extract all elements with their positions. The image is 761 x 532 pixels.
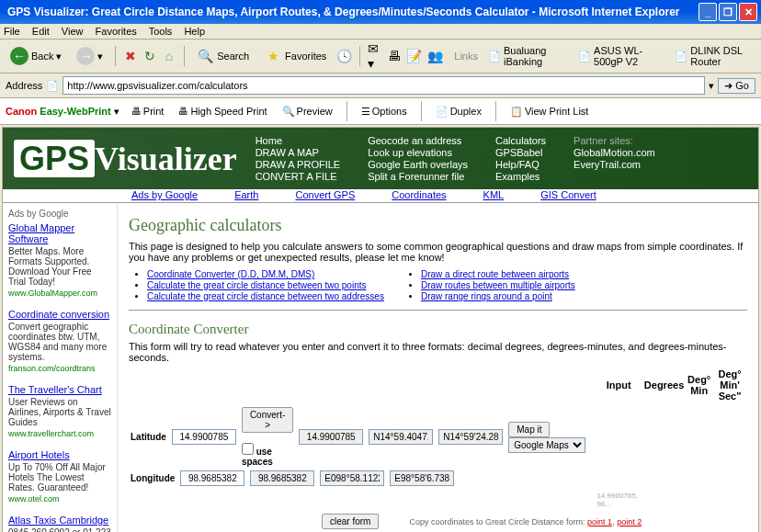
favorites-button[interactable]: ★Favorites <box>259 44 331 68</box>
lat-input[interactable] <box>172 429 236 445</box>
menu-edit[interactable]: Edit <box>32 26 50 37</box>
stop-icon[interactable]: ✖ <box>123 47 137 65</box>
lat-label: Latitude <box>131 432 166 442</box>
link-asus[interactable]: 📄 ASUS WL-500gP V2 <box>574 42 664 70</box>
refresh-icon[interactable]: ↻ <box>142 47 156 65</box>
ad-tabs: Ads by Google Earth Convert GPS Coordina… <box>3 189 758 203</box>
mail-icon[interactable]: ✉ ▾ <box>368 47 381 65</box>
lon-deg-output[interactable] <box>250 470 314 486</box>
search-icon: 🔍 <box>196 47 214 65</box>
address-label: Address <box>6 80 42 91</box>
menu-favorites[interactable]: Favorites <box>96 26 137 37</box>
banner-nav: Home DRAW A MAP DRAW A PROFILE CONVERT A… <box>256 135 655 182</box>
history-icon[interactable]: 🕓 <box>336 47 352 65</box>
canon-hsprint[interactable]: 🖶High Speed Print <box>176 105 269 118</box>
tab-adsbygoogle[interactable]: Ads by Google <box>131 189 198 200</box>
ad-item: Coordinate conversionConvert geographic … <box>8 309 111 373</box>
search-button[interactable]: 🔍Search <box>191 44 254 68</box>
lon-dms-output[interactable] <box>390 470 454 486</box>
maximize-button[interactable]: ❐ <box>719 3 737 21</box>
home-icon[interactable]: ⌂ <box>162 47 176 65</box>
tab-gisconvert[interactable]: GIS Convert <box>540 189 596 200</box>
converter-table: Input Degrees Deg° Min Deg° Min' Sec" La… <box>129 367 747 510</box>
site-banner: GPSVisualizer Home DRAW A MAP DRAW A PRO… <box>3 128 758 189</box>
partner-globalmotion[interactable]: GlobalMotion.com <box>574 147 655 158</box>
nav-geoverlays[interactable]: Google Earth overlays <box>368 159 468 170</box>
page-viewport[interactable]: GPSVisualizer Home DRAW A MAP DRAW A PRO… <box>2 127 759 532</box>
canon-print[interactable]: 🖶Print <box>129 105 167 118</box>
tab-earth[interactable]: Earth <box>234 189 258 200</box>
nav-drawmap[interactable]: DRAW A MAP <box>256 147 341 158</box>
address-input[interactable] <box>62 76 705 95</box>
link-bualuang[interactable]: 📄 Bualuang iBanking <box>483 42 568 70</box>
ad-title[interactable]: Airport Hotels <box>8 449 70 460</box>
address-bar: Address 📄 ▾ ➜ Go <box>0 74 761 98</box>
tab-coordinates[interactable]: Coordinates <box>392 189 446 200</box>
menu-view[interactable]: View <box>62 26 84 37</box>
menu-help[interactable]: Help <box>184 26 205 37</box>
nav-helpfaq[interactable]: Help/FAQ <box>495 159 546 170</box>
content-area: Ads by Google Global Mapper SoftwareBett… <box>3 203 758 532</box>
nav-gpsbabel[interactable]: GPSBabel <box>495 147 546 158</box>
menubar: File Edit View Favorites Tools Help <box>0 24 761 40</box>
page-heading: Geographic calculators <box>129 216 747 235</box>
canon-brand: Canon Easy-WebPrint ▾ <box>6 106 119 118</box>
print-icon[interactable]: 🖶 <box>387 47 401 65</box>
forward-button[interactable]: → ▾ <box>72 44 108 68</box>
close-button[interactable]: ✕ <box>739 3 757 21</box>
edit-icon[interactable]: 📝 <box>406 47 422 65</box>
site-logo: GPSVisualizer <box>14 140 237 178</box>
map-provider-select[interactable]: Google Maps <box>508 437 585 453</box>
tab-convertgps[interactable]: Convert GPS <box>295 189 355 200</box>
canon-options[interactable]: ☰Options <box>358 105 410 119</box>
converter-heading: Coordinate Converter <box>129 322 747 337</box>
convert-button[interactable]: Convert-> <box>242 407 293 433</box>
ad-item: Airport HotelsUp To 70% Off All Major Ho… <box>8 449 111 504</box>
link-range-rings[interactable]: Draw range rings around a point <box>421 291 552 301</box>
menu-file[interactable]: File <box>4 26 20 37</box>
lat-dms-output[interactable] <box>438 429 503 445</box>
nav-calculators[interactable]: Calculators <box>495 135 546 146</box>
messenger-icon[interactable]: 👥 <box>427 47 443 65</box>
ads-header: Ads by Google <box>8 209 111 219</box>
link-gcdist-addr[interactable]: Calculate the great circle distance betw… <box>147 291 384 301</box>
nav-forerunner[interactable]: Split a Forerunner file <box>368 171 468 182</box>
link-gcdist-pts[interactable]: Calculate the great circle distance betw… <box>147 280 366 290</box>
partner-everytrail[interactable]: EveryTrail.com <box>574 159 655 170</box>
nav-convertfile[interactable]: CONVERT A FILE <box>256 171 341 182</box>
canon-viewlist[interactable]: 📋View Print List <box>507 105 592 119</box>
ad-title[interactable]: The Traveller's Chart <box>8 384 102 395</box>
nav-examples[interactable]: Examples <box>495 171 546 182</box>
nav-geocode[interactable]: Geocode an address <box>368 135 468 146</box>
nav-drawprofile[interactable]: DRAW A PROFILE <box>256 159 341 170</box>
main-content: Geographic calculators This page is desi… <box>118 203 758 532</box>
lat-deg-output[interactable] <box>299 429 363 445</box>
copy-point1[interactable]: point 1 <box>587 517 612 526</box>
tab-kml[interactable]: KML <box>483 189 505 200</box>
canon-preview[interactable]: 🔍Preview <box>279 105 335 119</box>
copy-point2[interactable]: point 2 <box>617 517 642 526</box>
lat-dm-output[interactable] <box>369 429 433 445</box>
link-coordconv[interactable]: Coordinate Converter (D.D, DM.M, DMS) <box>147 269 314 279</box>
lon-input[interactable] <box>180 470 244 486</box>
minimize-button[interactable]: _ <box>699 3 717 21</box>
link-dlink[interactable]: 📄 DLINK DSL Router <box>670 42 755 70</box>
nav-elevations[interactable]: Look up elevations <box>368 147 468 158</box>
ad-title[interactable]: Atlas Taxis Cambridge <box>8 515 108 526</box>
go-button[interactable]: ➜ Go <box>718 78 755 94</box>
back-button[interactable]: ←Back ▾ <box>6 44 66 68</box>
link-multi-airports[interactable]: Draw routes between multiple airports <box>421 280 575 290</box>
canon-duplex[interactable]: 📄Duplex <box>433 105 484 119</box>
use-spaces-checkbox[interactable] <box>242 443 254 455</box>
mapit-button[interactable]: Map it <box>508 422 550 437</box>
ad-item: Atlas Taxis Cambridge0845 260 6002 or 01… <box>8 515 111 532</box>
clear-form-button[interactable]: clear form <box>322 514 379 529</box>
forward-icon: → <box>76 47 95 65</box>
ad-title[interactable]: Coordinate conversion <box>8 309 109 320</box>
lon-dm-output[interactable] <box>320 470 384 486</box>
link-airport-route[interactable]: Draw a direct route between airports <box>421 269 569 279</box>
nav-home[interactable]: Home <box>256 135 341 146</box>
menu-tools[interactable]: Tools <box>149 26 173 37</box>
ad-title[interactable]: Global Mapper Software <box>8 222 74 244</box>
lon-label: Longitude <box>131 473 175 483</box>
